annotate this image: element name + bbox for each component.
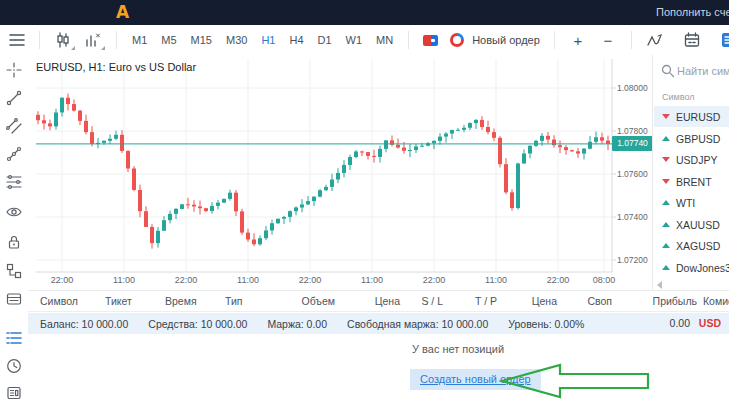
column-header: Цена: [335, 295, 400, 307]
price-tick-label: 1.07600: [617, 169, 651, 179]
lock-icon[interactable]: [6, 234, 22, 250]
watchlist-row-gbpusd[interactable]: GBPUSD: [654, 128, 729, 149]
drawing-tools-rail: [0, 55, 29, 405]
one-click-trading-icon[interactable]: [423, 35, 438, 46]
divider: [554, 31, 555, 49]
profit-value: 0.00: [670, 313, 690, 334]
create-new-order-link[interactable]: Создать новый ордер: [410, 369, 541, 390]
column-header: Цена: [497, 295, 557, 307]
price-tick-label: 1.08000: [617, 83, 651, 93]
symbol-name: DowJones30: [676, 262, 729, 274]
fibonacci-tool-icon[interactable]: [6, 174, 22, 190]
time-tick-label: 22:00: [417, 275, 451, 285]
timeframe-m15[interactable]: M15: [184, 26, 219, 54]
down-triangle-icon: [662, 157, 670, 162]
account-info-item: Средства: 10 000.00: [148, 318, 247, 330]
broker-logo: A: [116, 2, 128, 22]
price-tick-label: 1.07200: [617, 255, 651, 265]
watchlist-row-xagusd[interactable]: XAGUSD: [654, 235, 729, 256]
divider: [408, 31, 409, 49]
column-header: Комиссия: [703, 295, 729, 307]
time-tick-label: 22:00: [541, 275, 575, 285]
timeframe-d1[interactable]: D1: [311, 26, 339, 54]
column-header: Время: [165, 295, 225, 307]
trade-list-icon[interactable]: [6, 330, 22, 346]
time-tick-label: 22:00: [293, 275, 327, 285]
visibility-eye-icon[interactable]: [6, 204, 22, 220]
down-triangle-icon: [662, 179, 670, 184]
down-triangle-icon: [662, 114, 670, 119]
chevron-down-icon: [71, 46, 75, 50]
zoom-in-button[interactable]: +: [567, 32, 589, 49]
crosshair-icon[interactable]: [6, 62, 22, 78]
column-header: Тикет: [105, 295, 165, 307]
column-header: T / P: [443, 295, 497, 307]
timeframe-m30[interactable]: M30: [219, 26, 254, 54]
symbol-name: EURUSD: [676, 111, 720, 123]
history-clock-icon[interactable]: [6, 358, 22, 374]
account-info-item: Свободная маржа: 10 000.00: [347, 318, 488, 330]
news-icon[interactable]: [6, 385, 22, 401]
trendline-tool-icon[interactable]: [6, 90, 22, 106]
watchlist-row-brent[interactable]: BRENT: [654, 171, 729, 192]
deposit-link[interactable]: Пополнить счет: [656, 6, 729, 18]
timeframe-m5[interactable]: M5: [154, 26, 183, 54]
timeframe-h1[interactable]: H1: [254, 26, 282, 54]
symbol-name: USDJPY: [676, 154, 717, 166]
top-app-bar: A Пополнить счет: [0, 0, 729, 25]
positions-table-header: СимволТикетВремяТипОбъемЦенаS / LT / PЦе…: [28, 291, 729, 312]
timeframe-h4[interactable]: H4: [282, 26, 310, 54]
current-price-badge: 1.07740: [612, 136, 653, 151]
symbol-search-input[interactable]: Найти символ: [677, 65, 729, 77]
column-header: Символ: [40, 295, 105, 307]
watchlist-row-xauusd[interactable]: XAUUSD: [654, 214, 729, 235]
polyline-tool-icon[interactable]: [6, 146, 22, 162]
symbol-name: XAUUSD: [676, 219, 720, 231]
symbol-name: XAGUSD: [676, 240, 720, 252]
column-header: S / L: [400, 295, 443, 307]
channel-tool-icon[interactable]: [6, 118, 22, 134]
time-tick-label: 08:00: [587, 275, 621, 285]
up-triangle-icon: [662, 200, 670, 205]
symbol-name: GBPUSD: [676, 133, 720, 145]
account-info-item: Баланс: 10 000.00: [40, 318, 128, 330]
timeframe-w1[interactable]: W1: [339, 26, 370, 54]
indicators-icon[interactable]: [83, 31, 103, 49]
watchlist-row-eurusd[interactable]: EURUSD: [654, 106, 729, 127]
time-tick-label: 11:00: [479, 275, 513, 285]
chart-panel: EURUSD, H1: Euro vs US Dollar 1.080001.0…: [28, 55, 652, 290]
timeframe-group: M1M5M15M30H1H4D1W1MN: [125, 26, 400, 54]
column-header: Объем: [282, 295, 335, 307]
up-triangle-icon: [662, 243, 670, 248]
watchlist-row-wti[interactable]: WTI: [654, 192, 729, 213]
divider: [116, 31, 117, 49]
account-info-item: Маржа: 0.00: [267, 318, 327, 330]
symbol-name: WTI: [676, 197, 695, 209]
price-tick-label: 1.07400: [617, 212, 651, 222]
timeframe-mn[interactable]: MN: [369, 26, 400, 54]
menu-icon[interactable]: [8, 31, 26, 49]
chart-title: EURUSD, H1: Euro vs US Dollar: [36, 61, 196, 73]
column-header: Тип: [225, 295, 282, 307]
scroll-left-arrow[interactable]: [657, 281, 662, 289]
watchlist-row-usdjpy[interactable]: USDJPY: [654, 149, 729, 170]
candlestick-chart[interactable]: [28, 55, 652, 290]
watchlist-row-dowjones30[interactable]: DowJones30: [654, 257, 729, 278]
divider: [39, 31, 40, 49]
calendar-icon[interactable]: [682, 31, 702, 49]
report-icon[interactable]: [719, 31, 729, 49]
no-positions-text: У вас нет позиций: [412, 343, 504, 355]
order-icon: [450, 33, 464, 47]
time-tick-label: 11:00: [107, 275, 141, 285]
search-icon: [661, 64, 675, 78]
chart-type-icon[interactable]: [53, 31, 73, 49]
watchlist-column-header: Символ: [662, 92, 694, 102]
templates-icon[interactable]: [6, 291, 22, 307]
new-order-button[interactable]: Новый ордер: [450, 33, 540, 47]
chart-toolbar: M1M5M15M30H1H4D1W1MN Новый ордер + −: [0, 25, 729, 56]
objects-tree-icon[interactable]: [6, 263, 22, 279]
timeframe-m1[interactable]: M1: [125, 26, 154, 54]
time-tick-label: 22:00: [169, 275, 203, 285]
objects-draw-icon[interactable]: [645, 31, 665, 49]
zoom-out-button[interactable]: −: [597, 32, 619, 49]
